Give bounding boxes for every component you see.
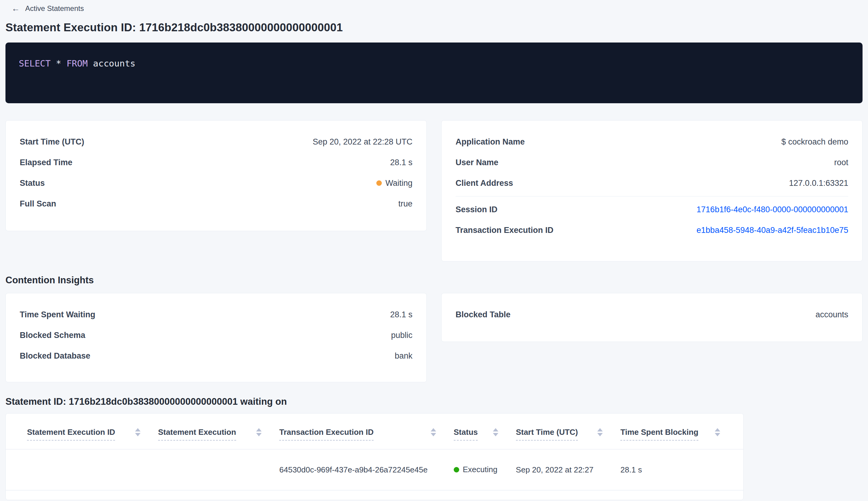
table-row: 64530d0c-969f-437e-a9b4-26a72245e45e Exe… [6, 449, 743, 490]
sort-icon[interactable] [135, 428, 141, 436]
application-name-value: $ cockroach demo [781, 137, 848, 147]
start-time-value: Sep 20, 2022 at 22:28 UTC [313, 137, 412, 147]
session-id-row: Session ID 1716b1f6-4e0c-f480-0000-00000… [456, 199, 848, 220]
elapsed-time-value: 28.1 s [390, 158, 412, 167]
cell-transaction-execution-id: 64530d0c-969f-437e-a9b4-26a72245e45e [279, 465, 454, 475]
client-address-value: 127.0.0.1:63321 [789, 179, 848, 188]
transaction-execution-id-link[interactable]: e1bba458-5948-40a9-a42f-5feac1b10e75 [696, 226, 848, 235]
column-header-status[interactable]: Status [454, 427, 516, 449]
status-badge: Waiting [376, 179, 412, 188]
back-link-label: Active Statements [25, 4, 84, 13]
session-card: Application Name $ cockroach demo User N… [441, 120, 862, 262]
time-spent-waiting-label: Time Spent Waiting [20, 310, 95, 319]
application-name-label: Application Name [456, 137, 525, 147]
executing-status-dot-icon [454, 467, 459, 472]
waiting-status-dot-icon [376, 180, 382, 186]
blocked-table-value: accounts [815, 310, 848, 319]
column-header-label: Time Spent Blocking [620, 427, 698, 440]
client-address-label: Client Address [456, 179, 513, 188]
blocked-table-row: Blocked Table accounts [456, 304, 848, 325]
elapsed-time-label: Elapsed Time [20, 158, 73, 167]
waiting-on-heading: Statement ID: 1716b218dc0b38380000000000… [6, 396, 862, 407]
user-name-value: root [834, 158, 848, 167]
sort-icon[interactable] [493, 428, 498, 436]
session-id-link[interactable]: 1716b1f6-4e0c-f480-0000-000000000001 [696, 205, 848, 214]
blocked-table-label: Blocked Table [456, 310, 510, 319]
full-scan-row: Full Scan true [20, 193, 412, 214]
column-header-label: Statement Execution [158, 427, 236, 440]
column-header-label: Status [454, 427, 478, 440]
sql-table-name: accounts [88, 58, 135, 68]
session-card-divider [456, 196, 848, 196]
sql-keyword-from: FROM [66, 58, 88, 68]
sql-statement-box: SELECT * FROM accounts [6, 43, 862, 103]
time-spent-waiting-row: Time Spent Waiting 28.1 s [20, 304, 412, 325]
back-arrow-icon: ← [12, 4, 20, 13]
blocked-schema-row: Blocked Schema public [20, 325, 412, 345]
blocked-schema-label: Blocked Schema [20, 331, 85, 340]
transaction-execution-id-row: Transaction Execution ID e1bba458-5948-4… [456, 220, 848, 241]
page-title: Statement Execution ID: 1716b218dc0b3838… [6, 21, 862, 34]
column-header-start-time[interactable]: Start Time (UTC) [516, 427, 621, 449]
client-address-row: Client Address 127.0.0.1:63321 [456, 173, 848, 193]
blocked-schema-value: public [391, 331, 412, 340]
blocked-database-value: bank [394, 351, 412, 361]
blocked-database-label: Blocked Database [20, 351, 90, 361]
statement-execution-page: ← Active Statements Statement Execution … [0, 0, 868, 500]
session-id-label: Session ID [456, 205, 497, 214]
elapsed-time-row: Elapsed Time 28.1 s [20, 152, 412, 173]
full-scan-value: true [398, 199, 412, 209]
status-label: Status [20, 179, 45, 188]
column-header-label: Start Time (UTC) [516, 427, 578, 440]
column-header-time-spent-blocking[interactable]: Time Spent Blocking [620, 427, 722, 449]
sql-keyword-select: SELECT [19, 58, 51, 68]
start-time-row: Start Time (UTC) Sep 20, 2022 at 22:28 U… [20, 131, 412, 152]
blocked-database-row: Blocked Database bank [20, 345, 412, 366]
time-spent-waiting-value: 28.1 s [390, 310, 412, 319]
contention-insights-heading: Contention Insights [6, 275, 862, 286]
column-header-transaction-execution-id[interactable]: Transaction Execution ID [279, 427, 453, 449]
status-value: Waiting [386, 179, 412, 188]
cell-start-time: Sep 20, 2022 at 22:27 [516, 465, 621, 475]
sql-star: * [51, 58, 66, 68]
status-row: Status Waiting [20, 173, 412, 193]
waiting-on-table: Statement Execution ID Statement Executi… [6, 413, 744, 500]
transaction-execution-id-label: Transaction Execution ID [456, 226, 554, 235]
back-to-active-statements-link[interactable]: ← Active Statements [10, 3, 86, 14]
sort-icon[interactable] [431, 428, 436, 436]
sort-icon[interactable] [256, 428, 262, 436]
column-header-statement-execution[interactable]: Statement Execution [158, 427, 280, 449]
column-header-statement-execution-id[interactable]: Statement Execution ID [27, 427, 158, 449]
sort-icon[interactable] [597, 428, 603, 436]
sort-icon[interactable] [715, 428, 720, 436]
column-header-label: Transaction Execution ID [279, 427, 373, 440]
overview-card: Start Time (UTC) Sep 20, 2022 at 22:28 U… [6, 120, 427, 231]
cell-status-value: Executing [463, 465, 497, 474]
full-scan-label: Full Scan [20, 199, 56, 209]
blocked-table-card: Blocked Table accounts [441, 293, 862, 342]
cell-status: Executing [454, 465, 516, 475]
user-name-row: User Name root [456, 152, 848, 173]
column-header-label: Statement Execution ID [27, 427, 115, 440]
waiting-table-header-row: Statement Execution ID Statement Executi… [6, 414, 743, 449]
start-time-label: Start Time (UTC) [20, 137, 84, 147]
contention-details-card: Time Spent Waiting 28.1 s Blocked Schema… [6, 293, 427, 382]
cell-time-spent-blocking: 28.1 s [620, 465, 722, 475]
application-name-row: Application Name $ cockroach demo [456, 131, 848, 152]
user-name-label: User Name [456, 158, 498, 167]
